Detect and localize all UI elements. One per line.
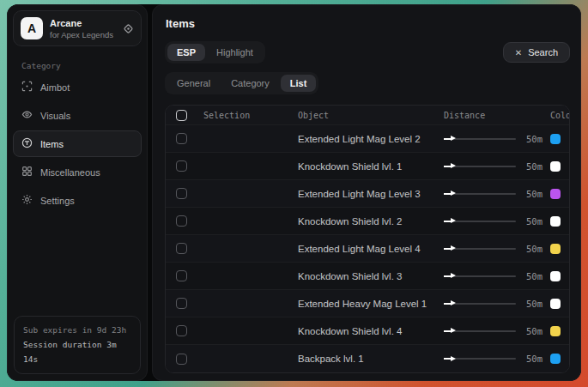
color-swatch[interactable] [550, 271, 561, 281]
slider-thumb[interactable] [451, 356, 456, 361]
slider-thumb[interactable] [451, 218, 456, 223]
category-label: Category [21, 61, 147, 70]
sidebar-item-label: Items [40, 139, 64, 149]
eye-icon [21, 109, 33, 122]
slider-thumb[interactable] [451, 328, 456, 333]
search-button[interactable]: ✕ Search [503, 42, 570, 63]
color-cell [550, 216, 561, 227]
table-row: Backpack lvl. 1 50m [166, 345, 569, 372]
distance-cell: 50m [444, 326, 550, 336]
color-swatch[interactable] [550, 189, 561, 199]
search-button-label: Search [528, 47, 558, 57]
distance-slider[interactable] [444, 271, 516, 281]
slider-thumb[interactable] [451, 190, 456, 196]
mode-tab[interactable]: Highlight [207, 44, 263, 61]
distance-cell: 50m [444, 161, 550, 172]
object-name: Knockdown Shield lvl. 3 [298, 271, 444, 281]
table-row: Extended Light Mag Level 4 50m [166, 235, 569, 263]
table-row: Knockdown Shield lvl. 2 50m [166, 208, 569, 235]
row-checkbox[interactable] [176, 325, 187, 336]
object-name: Knockdown Shield lvl. 4 [298, 326, 444, 336]
brand-header: A Arcane for Apex Legends [13, 10, 142, 46]
grid-icon [21, 166, 33, 178]
distance-slider[interactable] [444, 244, 516, 254]
sidebar-item-label: Aimbot [40, 82, 70, 93]
distance-slider[interactable] [444, 161, 516, 172]
distance-slider[interactable] [444, 134, 516, 144]
color-swatch[interactable] [550, 244, 561, 254]
sidebar: A Arcane for Apex Legends Category [7, 4, 148, 381]
gear-icon [21, 194, 33, 207]
distance-cell: 50m [444, 134, 550, 144]
select-all-checkbox[interactable] [176, 110, 187, 121]
view-tab[interactable]: General [167, 75, 220, 92]
color-swatch[interactable] [550, 134, 561, 144]
sidebar-item-settings[interactable]: Settings [13, 187, 142, 214]
page-title: Items [166, 17, 570, 30]
sidebar-item-miscellaneous[interactable]: Miscellaneous [13, 159, 142, 185]
distance-cell: 50m [444, 354, 550, 364]
distance-value: 50m [526, 216, 543, 227]
row-checkbox[interactable] [176, 298, 187, 309]
distance-slider[interactable] [444, 326, 516, 336]
color-swatch[interactable] [550, 326, 561, 336]
object-name: Extended Light Mag Level 3 [298, 189, 444, 199]
distance-slider[interactable] [444, 299, 516, 309]
items-table: Selection Object Distance Color Extended… [165, 105, 570, 373]
view-toolbar: General Category List [165, 72, 570, 94]
color-swatch[interactable] [550, 161, 561, 172]
slider-thumb[interactable] [451, 136, 456, 141]
view-tab[interactable]: List [281, 75, 317, 92]
slider-thumb[interactable] [451, 163, 456, 168]
slider-thumb[interactable] [451, 273, 456, 278]
session-duration-text: Session duration 3m 14s [23, 337, 131, 366]
color-swatch[interactable] [550, 354, 561, 364]
object-name: Knockdown Shield lvl. 1 [298, 161, 444, 172]
distance-value: 50m [526, 244, 543, 254]
sidebar-item-aimbot[interactable]: Aimbot [13, 74, 142, 100]
row-checkbox[interactable] [176, 188, 187, 199]
diamond-icon[interactable] [123, 23, 134, 34]
sidebar-nav: Aimbot Visuals Items [8, 73, 147, 215]
color-cell [550, 326, 561, 336]
distance-cell: 50m [444, 216, 550, 227]
distance-slider[interactable] [444, 189, 516, 199]
distance-slider[interactable] [444, 216, 516, 227]
view-tab[interactable]: Category [221, 75, 279, 92]
color-swatch[interactable] [550, 299, 561, 309]
package-icon [21, 137, 33, 150]
header-distance: Distance [444, 111, 550, 120]
table-row: Extended Light Mag Level 2 50m [166, 125, 569, 153]
crosshair-icon [21, 81, 33, 94]
slider-thumb[interactable] [451, 245, 456, 251]
object-name: Extended Light Mag Level 4 [298, 244, 444, 254]
slider-thumb[interactable] [451, 300, 456, 305]
header-selection: Selection [203, 111, 298, 120]
table-row: Knockdown Shield lvl. 3 50m [166, 263, 569, 290]
app-subtitle: for Apex Legends [50, 30, 113, 39]
main-panel: Items ESP Highlight ✕ Search General Cat [152, 4, 581, 381]
color-swatch[interactable] [550, 216, 561, 227]
table-row: Knockdown Shield lvl. 4 50m [166, 317, 569, 345]
color-cell [550, 134, 561, 144]
row-checkbox[interactable] [176, 215, 187, 227]
row-checkbox[interactable] [176, 133, 187, 144]
sidebar-item-visuals[interactable]: Visuals [13, 102, 142, 129]
sidebar-item-items[interactable]: Items [13, 130, 142, 157]
row-checkbox[interactable] [176, 243, 187, 254]
header-color: Color [550, 111, 570, 120]
distance-value: 50m [526, 134, 543, 144]
row-checkbox[interactable] [176, 354, 187, 365]
table-body: Extended Light Mag Level 2 50m [166, 125, 569, 372]
brand-text: Arcane for Apex Legends [50, 18, 113, 39]
subscription-status-box: Sub expires in 9d 23h Session duration 3… [14, 316, 141, 374]
row-checkbox[interactable] [176, 270, 187, 281]
row-checkbox[interactable] [176, 160, 187, 172]
object-name: Backpack lvl. 1 [298, 354, 444, 364]
distance-slider[interactable] [444, 354, 516, 364]
app-logo: A [21, 17, 43, 39]
mode-tab[interactable]: ESP [167, 44, 205, 61]
table-header-row: Selection Object Distance Color [166, 106, 569, 125]
object-name: Extended Heavy Mag Level 1 [298, 299, 444, 309]
x-icon: ✕ [515, 48, 522, 57]
